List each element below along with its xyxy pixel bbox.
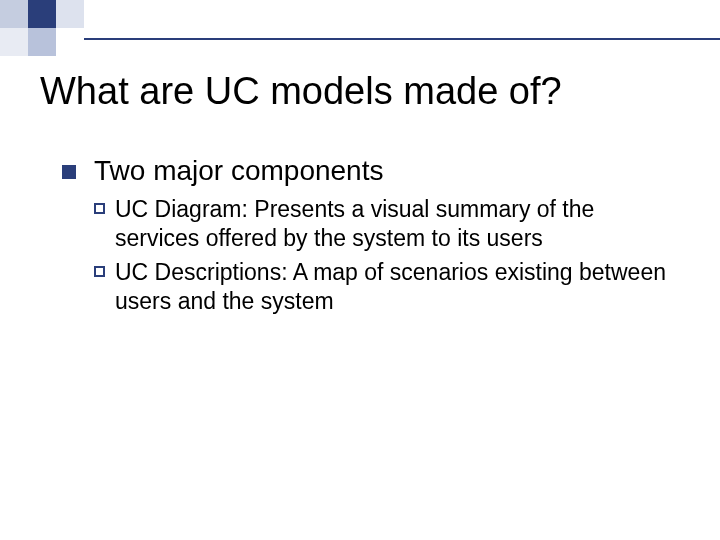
header-divider [84,38,720,40]
item-text: UC Diagram: Presents a visual summary of… [115,195,670,254]
deco-square [0,0,28,28]
page-title: What are UC models made of? [40,70,562,113]
list-item: UC Descriptions: A map of scenarios exis… [94,258,670,317]
bullet-hollow-icon [94,266,105,277]
deco-square [56,0,84,28]
list-item: Two major components [62,155,670,187]
deco-square [0,28,28,56]
sublist: UC Diagram: Presents a visual summary of… [94,195,670,317]
heading-text: Two major components [94,155,383,187]
item-text: UC Descriptions: A map of scenarios exis… [115,258,670,317]
content-area: Two major components UC Diagram: Present… [62,155,670,321]
deco-square [28,0,56,28]
list-item: UC Diagram: Presents a visual summary of… [94,195,670,254]
corner-decoration [0,0,115,55]
deco-square [28,28,56,56]
bullet-hollow-icon [94,203,105,214]
bullet-filled-icon [62,165,76,179]
